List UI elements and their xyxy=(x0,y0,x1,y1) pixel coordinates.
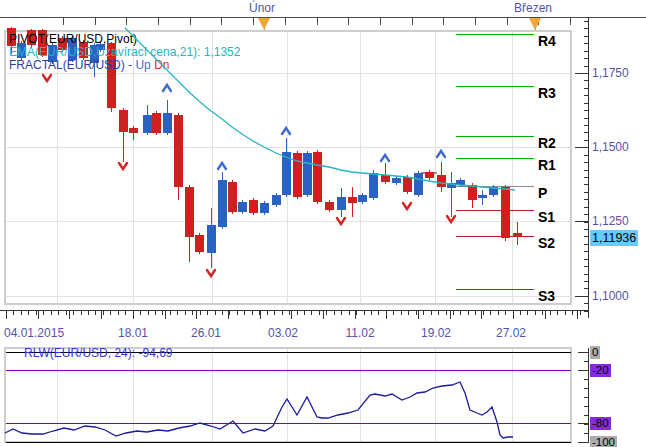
time-axis-label: 11.02 xyxy=(345,326,374,340)
time-axis-label: 26.01 xyxy=(191,326,221,340)
rlw-level-line xyxy=(6,442,571,443)
time-axis-minor-tick xyxy=(200,311,201,315)
price-axis-minor-tick xyxy=(584,311,588,312)
rlw-axis-minor-tick xyxy=(584,433,588,434)
v-gridline xyxy=(133,32,134,303)
pivot-level-line xyxy=(456,289,534,290)
v-gridline xyxy=(435,32,436,303)
rlw-axis-minor-tick xyxy=(584,415,588,416)
pivot-level-label: R4 xyxy=(538,33,556,49)
candle-body xyxy=(437,175,446,187)
rlw-v-gridline xyxy=(287,349,288,441)
price-axis-minor-tick xyxy=(584,21,588,22)
price-axis-minor-tick xyxy=(584,177,588,178)
time-axis-major-tick xyxy=(165,311,166,319)
candle-body xyxy=(403,177,412,192)
candle-body xyxy=(143,115,152,133)
month-axis-tick xyxy=(380,18,381,25)
candle-body xyxy=(293,153,302,197)
price-axis-minor-tick xyxy=(584,125,588,126)
time-axis-minor-tick xyxy=(110,311,111,315)
time-axis-minor-tick xyxy=(542,311,543,315)
price-axis-line[interactable] xyxy=(588,17,589,318)
pivot-level-line xyxy=(456,210,534,211)
price-axis-minor-tick xyxy=(584,222,588,223)
candle-body xyxy=(392,178,401,183)
pivot-level-label: S2 xyxy=(538,235,555,251)
time-axis-minor-tick xyxy=(498,311,499,315)
month-axis-tick xyxy=(221,18,222,25)
rlw-axis-label: -80 xyxy=(590,417,611,430)
time-axis-minor-tick xyxy=(565,311,566,315)
price-axis-major-tick xyxy=(575,73,588,74)
time-axis-minor-tick xyxy=(36,311,37,315)
trading-chart-window: PIVOT(EUR/USD,Pivot) EMA(EUR/USD,Uzavíra… xyxy=(0,0,646,447)
time-axis-major-tick xyxy=(133,311,134,319)
candle-body xyxy=(478,195,487,198)
candle-body xyxy=(152,113,161,133)
candle-body xyxy=(163,113,172,133)
candle-body xyxy=(282,152,291,195)
time-axis-minor-tick xyxy=(95,311,96,315)
time-axis-minor-tick xyxy=(304,311,305,315)
candle-body xyxy=(501,187,510,238)
month-axis-tick xyxy=(190,18,191,25)
rlw-axis-line[interactable] xyxy=(588,348,589,443)
time-axis-minor-tick xyxy=(222,311,223,315)
price-axis-minor-tick xyxy=(584,184,588,185)
time-axis-major-tick xyxy=(38,311,39,319)
candle-body xyxy=(195,235,204,252)
time-axis-minor-tick xyxy=(237,311,238,315)
time-axis-minor-tick xyxy=(311,311,312,315)
time-axis-major-tick xyxy=(228,311,229,319)
time-axis-minor-tick xyxy=(356,311,357,315)
time-axis-minor-tick xyxy=(244,311,245,315)
v-gridline xyxy=(212,32,213,303)
price-axis-minor-tick xyxy=(584,229,588,230)
fractal-indicator-legend: FRACTAL(EUR/USD) - Up Dn xyxy=(9,59,169,72)
rlw-indicator-legend: RLW(EUR/USD, 24): -94,69 xyxy=(24,346,172,360)
price-axis-major-tick xyxy=(575,147,588,148)
price-axis-minor-tick xyxy=(584,162,588,163)
price-axis-minor-tick xyxy=(584,274,588,275)
time-axis-minor-tick xyxy=(349,311,350,315)
time-axis-minor-tick xyxy=(416,311,417,315)
time-axis-minor-tick xyxy=(229,311,230,315)
time-axis-minor-tick xyxy=(580,311,581,315)
price-axis-minor-tick xyxy=(584,303,588,304)
time-axis-minor-tick xyxy=(118,311,119,315)
candle-body xyxy=(260,203,269,213)
month-axis-tick xyxy=(158,18,159,25)
time-axis-minor-tick xyxy=(81,311,82,315)
time-axis-minor-tick xyxy=(319,311,320,315)
price-axis-label: 1,1750 xyxy=(592,66,629,80)
candle-body xyxy=(325,202,334,210)
pivot-level-line xyxy=(456,158,534,159)
price-axis-minor-tick xyxy=(584,214,588,215)
rlw-axis-major-tick xyxy=(578,442,588,443)
price-axis-minor-tick xyxy=(584,43,588,44)
pivot-level-label: R3 xyxy=(538,85,556,101)
price-axis-minor-tick xyxy=(584,110,588,111)
time-axis-minor-tick xyxy=(103,311,104,315)
candle-body xyxy=(456,180,465,185)
time-axis-minor-tick xyxy=(334,311,335,315)
rlw-panel-plot[interactable] xyxy=(4,347,572,443)
time-axis-label: 19.02 xyxy=(421,326,451,340)
time-axis-label: 27.02 xyxy=(496,326,526,340)
candle-body xyxy=(513,233,522,236)
time-axis-minor-tick xyxy=(73,311,74,315)
candle-body xyxy=(238,202,247,212)
price-axis-minor-tick xyxy=(584,140,588,141)
price-axis-minor-tick xyxy=(584,103,588,104)
time-axis-label: 04.01.2015 xyxy=(4,326,64,340)
time-axis-minor-tick xyxy=(207,311,208,315)
time-axis-minor-tick xyxy=(28,311,29,315)
candle-body xyxy=(447,183,456,188)
time-axis-minor-tick xyxy=(326,311,327,315)
candle-body xyxy=(174,115,183,187)
price-axis-minor-tick xyxy=(584,192,588,193)
price-axis-minor-tick xyxy=(584,28,588,29)
time-axis-minor-tick xyxy=(371,311,372,315)
candle-body xyxy=(272,195,281,205)
